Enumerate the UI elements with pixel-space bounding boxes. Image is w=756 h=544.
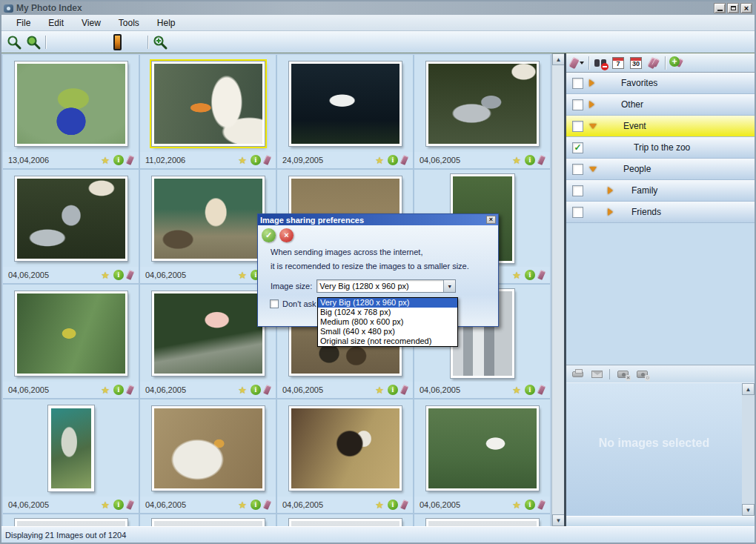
scroll-down-icon[interactable]: ▼ — [552, 514, 564, 526]
tag-icon[interactable] — [126, 385, 134, 395]
close-button[interactable]: × — [740, 3, 752, 13]
photo-thumbnail-partial[interactable] — [15, 519, 127, 526]
expand-arrow-icon[interactable] — [589, 101, 594, 108]
tree-checkbox[interactable] — [572, 207, 583, 218]
info-icon[interactable]: i — [388, 385, 398, 395]
collapse-arrow-icon[interactable] — [589, 124, 597, 129]
camera-delete-icon[interactable]: × — [614, 368, 631, 381]
restore-button[interactable] — [727, 3, 739, 13]
tag-icon[interactable] — [126, 500, 134, 510]
thumbnail-size-slider[interactable] — [113, 34, 122, 50]
menu-view[interactable]: View — [73, 16, 110, 30]
dont-ask-checkbox[interactable] — [270, 299, 279, 308]
expand-arrow-icon[interactable] — [589, 79, 594, 87]
dropdown-option-big-1024-x-768-px-[interactable]: Big (1024 x 768 px) — [318, 308, 457, 317]
scroll-up-icon[interactable]: ▲ — [742, 383, 755, 395]
menu-help[interactable]: Help — [148, 16, 185, 30]
photo-thumbnail-ducks-pair[interactable] — [152, 176, 265, 261]
tree-checkbox[interactable] — [572, 121, 583, 132]
info-icon[interactable]: i — [525, 155, 535, 165]
photo-thumbnail-spoonbill[interactable] — [152, 291, 265, 376]
tag-icon[interactable] — [126, 270, 134, 280]
tree-item-people[interactable]: People — [566, 159, 755, 180]
collapse-arrow-icon[interactable] — [589, 167, 597, 172]
tree-item-family[interactable]: Family — [566, 180, 755, 202]
favorite-star-icon[interactable]: ★ — [375, 500, 384, 510]
favorite-star-icon[interactable]: ★ — [238, 385, 247, 395]
favorite-star-icon[interactable]: ★ — [512, 500, 521, 510]
info-icon[interactable]: i — [251, 500, 261, 510]
tag-icon[interactable] — [263, 155, 271, 165]
tag-icon[interactable] — [263, 500, 271, 510]
photo-thumbnail-yellow-bird[interactable] — [15, 291, 127, 376]
tree-checkbox[interactable] — [572, 99, 583, 110]
expand-arrow-icon[interactable] — [608, 187, 613, 194]
magnifier-icon[interactable] — [24, 33, 43, 51]
favorite-star-icon[interactable]: ★ — [238, 500, 247, 510]
tag-icon[interactable] — [400, 500, 408, 510]
dropdown-option-small-640-x-480-px-[interactable]: Small (640 x 480 px) — [318, 327, 457, 336]
info-icon[interactable]: i — [525, 500, 535, 510]
info-icon[interactable]: i — [113, 385, 124, 395]
favorite-star-icon[interactable]: ★ — [512, 385, 521, 395]
favorite-star-icon[interactable]: ★ — [101, 500, 110, 510]
menu-tools[interactable]: Tools — [110, 16, 148, 30]
dropdown-option-very-big-1280-x-960-px-[interactable]: Very Big (1280 x 960 px) — [318, 298, 457, 308]
info-icon[interactable]: i — [388, 155, 398, 165]
info-icon[interactable]: i — [251, 385, 261, 395]
photo-thumbnail-gull-water[interactable] — [426, 406, 539, 491]
tree-item-other[interactable]: Other — [566, 94, 755, 116]
scroll-up-icon[interactable]: ▲ — [552, 53, 564, 65]
favorite-star-icon[interactable]: ★ — [375, 156, 384, 165]
tree-checkbox[interactable] — [572, 185, 583, 196]
info-icon[interactable]: i — [525, 385, 535, 395]
tag-icon[interactable] — [263, 385, 271, 395]
favorite-star-icon[interactable]: ★ — [512, 271, 521, 280]
info-icon[interactable]: i — [388, 500, 398, 510]
grid-scrollbar[interactable]: ▲ ▼ — [551, 53, 564, 526]
photo-thumbnail-partial[interactable] — [289, 519, 402, 526]
email-icon[interactable] — [588, 368, 605, 381]
tag-icon[interactable] — [537, 385, 546, 395]
photo-thumbnail-peacock[interactable] — [15, 62, 127, 146]
dialog-cancel-button[interactable]: × — [279, 228, 294, 242]
favorite-star-icon[interactable]: ★ — [101, 385, 110, 395]
tag-icon[interactable] — [126, 155, 134, 165]
info-icon[interactable]: i — [113, 270, 124, 280]
photo-thumbnail-parrots-feeder[interactable] — [426, 62, 539, 146]
print-icon[interactable] — [569, 368, 586, 381]
tree-item-friends[interactable]: Friends — [566, 202, 755, 223]
dialog-ok-button[interactable]: ✓ — [262, 228, 276, 242]
no-tag-filter-icon[interactable] — [591, 55, 609, 71]
favorite-star-icon[interactable]: ★ — [375, 385, 384, 395]
tag-icon[interactable] — [400, 155, 408, 165]
photo-thumbnail-white-duck[interactable] — [152, 406, 265, 491]
scroll-down-icon[interactable]: ▼ — [742, 504, 755, 516]
photo-thumbnail-swan-head[interactable] — [152, 62, 265, 146]
tag-menu-icon[interactable] — [568, 55, 586, 71]
zoom-in-icon[interactable] — [150, 33, 170, 51]
calendar-month-icon[interactable]: 30 — [627, 55, 645, 71]
dialog-close-button[interactable]: × — [486, 216, 496, 224]
tree-item-trip-to-the-zoo[interactable]: ✓Trip to the zoo — [566, 137, 755, 159]
info-icon[interactable]: i — [525, 270, 535, 280]
tag-icon[interactable] — [537, 155, 546, 165]
tree-item-favorites[interactable]: Favorites — [566, 73, 755, 94]
favorite-star-icon[interactable]: ★ — [238, 271, 247, 280]
photo-thumbnail-swan-lake[interactable] — [289, 62, 402, 146]
tag-icon[interactable] — [537, 500, 546, 510]
tree-item-event[interactable]: Event — [566, 116, 755, 137]
favorite-star-icon[interactable]: ★ — [238, 156, 247, 165]
photo-thumbnail-cockatoo-cage[interactable] — [48, 405, 94, 491]
combobox-dropdown-icon[interactable]: ▼ — [443, 280, 455, 292]
expand-arrow-icon[interactable] — [608, 208, 613, 216]
calendar-week-icon[interactable]: 7 — [609, 55, 627, 71]
info-icon[interactable]: i — [251, 155, 261, 165]
favorite-star-icon[interactable]: ★ — [512, 156, 521, 165]
add-tag-icon[interactable]: + — [668, 55, 686, 71]
favorite-star-icon[interactable]: ★ — [101, 156, 110, 165]
menu-file[interactable]: File — [7, 16, 39, 30]
tree-checkbox[interactable] — [572, 78, 583, 89]
dropdown-option-original-size-not-recomended-[interactable]: Original size (not recomended) — [318, 336, 457, 346]
minimize-button[interactable] — [714, 3, 726, 13]
